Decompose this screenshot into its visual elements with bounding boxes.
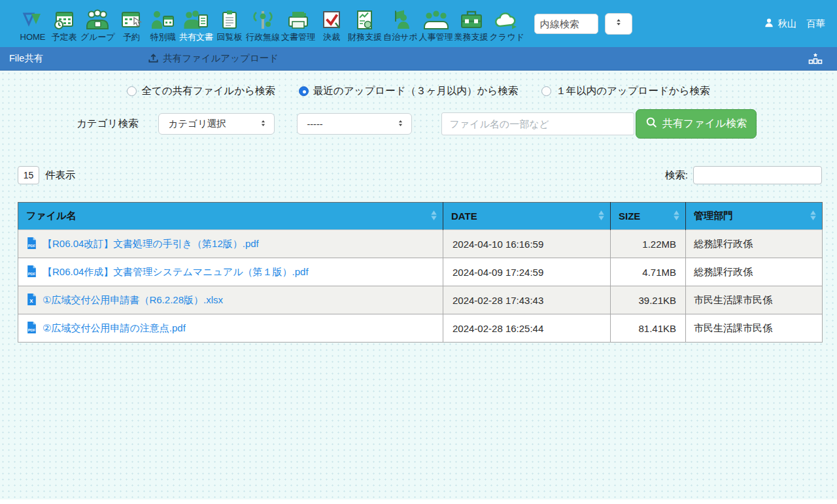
column-header-3[interactable]: 管理部門: [686, 203, 823, 230]
column-header-1[interactable]: DATE: [443, 203, 611, 230]
search-scope-options: 全ての共有ファイルから検索最近のアップロード（３ヶ月以内）から検索１年以内のアッ…: [0, 84, 837, 98]
department-cell: 市民生活課市民係: [686, 286, 823, 314]
sort-icon: [809, 210, 817, 223]
search-scope-radio-2[interactable]: １年以内のアップロードから検索: [541, 84, 709, 98]
category-search-label: カテゴリ検索: [77, 117, 138, 131]
column-header-label: 管理部門: [694, 210, 733, 221]
per-page-input[interactable]: [18, 166, 39, 184]
work-icon: [458, 9, 485, 31]
upload-link-label: 共有ファイルアップロード: [163, 52, 279, 65]
radio-label: 全ての共有ファイルから検索: [141, 84, 275, 98]
radio-button-icon[interactable]: [299, 86, 309, 96]
nav-item-special[interactable]: 特別職: [148, 5, 178, 42]
nav-item-radio[interactable]: 行政無線: [246, 5, 280, 42]
column-header-2[interactable]: SIZE: [611, 203, 686, 230]
nav-item-shared-doc[interactable]: 共有文書: [179, 5, 213, 42]
user-icon: [764, 18, 774, 30]
sort-icon: [672, 210, 681, 223]
category-search-row: カテゴリ検索 カテゴリ選択 ----- 共有ファイル検索: [77, 109, 837, 139]
size-cell: 39.21KB: [611, 286, 686, 314]
reserve-icon: [118, 9, 145, 31]
file-link[interactable]: 【R06.04作成】文書管理システムマニュアル（第１版）.pdf: [43, 266, 309, 278]
nav-item-group[interactable]: グループ: [80, 5, 115, 42]
date-cell: 2024-02-28 16:25:44: [443, 314, 611, 343]
column-header-label: ファイル名: [26, 210, 76, 221]
file-link[interactable]: 【R06.04改訂】文書処理の手引き（第12版）.pdf: [43, 238, 259, 250]
file-link[interactable]: ②広域交付公用申請の注意点.pdf: [43, 322, 186, 335]
bottom-strip: [0, 499, 837, 504]
nav-item-label: 共有文書: [179, 31, 213, 42]
nav-item-label: 行政無線: [246, 31, 280, 42]
finance-icon: [352, 9, 378, 31]
nav-item-home[interactable]: HOME: [18, 5, 48, 42]
app-menu: HOME予定表グループ予約特別職共有文書回覧板行政無線文書管理決裁財務支援自治サ…: [17, 5, 525, 42]
nav-item-board[interactable]: 回覧板: [214, 5, 245, 42]
date-cell: 2024-04-09 17:24:59: [443, 258, 611, 286]
cloud-icon: [494, 9, 520, 31]
nav-item-reserve[interactable]: 予約: [116, 5, 146, 42]
nav-item-label: グループ: [80, 31, 115, 42]
doc-manage-icon: [285, 9, 311, 31]
shared-file-upload-link[interactable]: 共有ファイルアップロード: [148, 52, 279, 65]
search-scope-radio-1[interactable]: 最近のアップロード（３ヶ月以内）から検索: [299, 84, 518, 98]
radio-label: １年以内のアップロードから検索: [556, 84, 709, 98]
nav-item-doc-manage[interactable]: 文書管理: [281, 5, 315, 42]
upload-icon: [148, 52, 159, 65]
search-scope-radio-0[interactable]: 全ての共有ファイルから検索: [127, 84, 275, 98]
updown-arrows-icon: [259, 118, 267, 130]
nav-item-hr[interactable]: 人事管理: [419, 5, 453, 42]
pdf-file-icon: PDF: [26, 321, 37, 335]
svg-text:x: x: [29, 297, 33, 304]
pdf-file-icon: PDF: [26, 237, 37, 251]
nav-item-label: クラウド: [490, 31, 524, 42]
file-name-cell: PDF【R06.04作成】文書管理システムマニュアル（第１版）.pdf: [18, 258, 443, 286]
nav-item-approval[interactable]: 決裁: [316, 5, 347, 42]
category-select[interactable]: カテゴリ選択: [158, 113, 275, 135]
nav-item-label: 回覧板: [216, 31, 242, 42]
file-row: PDF【R06.04作成】文書管理システムマニュアル（第１版）.pdf2024-…: [18, 258, 823, 286]
nav-item-schedule[interactable]: 予定表: [49, 5, 79, 42]
file-name-cell: PDF②広域交付公用申請の注意点.pdf: [18, 314, 443, 343]
subcategory-select-value: -----: [307, 119, 322, 129]
updown-arrows-icon: [396, 118, 405, 130]
hr-icon: [423, 9, 449, 31]
filename-search-input[interactable]: [441, 112, 634, 135]
subcategory-select[interactable]: -----: [297, 113, 412, 135]
nav-item-cloud[interactable]: クラウド: [490, 5, 524, 42]
updown-arrows-icon: [614, 17, 623, 30]
table-header-row: ファイル名DATESIZE管理部門: [18, 203, 823, 230]
ranking-icon[interactable]: [808, 52, 823, 65]
svg-text:PDF: PDF: [28, 244, 36, 248]
size-cell: 1.22MB: [611, 230, 686, 258]
nav-item-label: HOME: [20, 31, 46, 42]
sub-navigation-bar: File共有 共有ファイルアップロード: [0, 47, 837, 71]
extension-search-input[interactable]: [534, 14, 598, 34]
extension-select[interactable]: [605, 13, 632, 35]
table-filter-input[interactable]: [693, 166, 822, 184]
nav-item-label: 決裁: [323, 31, 340, 42]
nav-item-work[interactable]: 業務支援: [454, 5, 488, 42]
sort-icon: [430, 210, 438, 223]
radio-button-icon[interactable]: [541, 86, 551, 96]
search-button-label: 共有ファイル検索: [662, 117, 747, 131]
column-header-0[interactable]: ファイル名: [18, 203, 443, 230]
home-icon: [20, 9, 46, 31]
group-icon: [84, 9, 111, 31]
nav-item-finance[interactable]: 財務支援: [348, 5, 382, 42]
size-cell: 81.41KB: [611, 314, 686, 343]
radio-button-icon[interactable]: [127, 86, 137, 96]
category-select-value: カテゴリ選択: [168, 118, 226, 130]
date-cell: 2024-02-28 17:43:43: [443, 286, 611, 314]
shared-file-search-button[interactable]: 共有ファイル検索: [636, 109, 757, 139]
xlsx-file-icon: x: [26, 293, 37, 307]
svg-text:PDF: PDF: [28, 272, 36, 276]
nav-item-support[interactable]: 自治サポ: [383, 5, 418, 42]
nav-item-label: 文書管理: [281, 31, 315, 42]
nav-item-label: 予約: [123, 31, 140, 42]
nav-item-label: 業務支援: [454, 31, 488, 42]
shared-file-table: ファイル名DATESIZE管理部門 PDF【R06.04改訂】文書処理の手引き（…: [18, 202, 823, 343]
user-menu[interactable]: 秋山 百華: [764, 18, 826, 30]
department-cell: 総務課行政係: [686, 258, 823, 286]
file-link[interactable]: ①広域交付公用申請書（R6.2.28版）.xlsx: [43, 294, 223, 307]
column-header-label: DATE: [451, 210, 477, 222]
